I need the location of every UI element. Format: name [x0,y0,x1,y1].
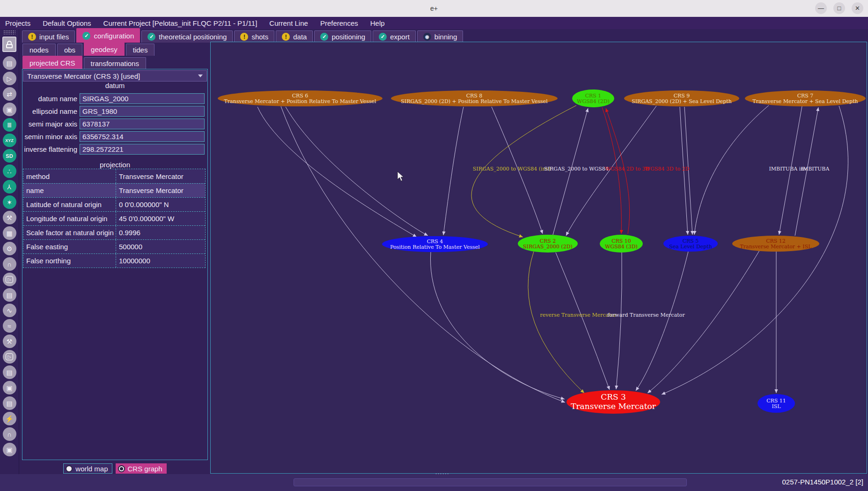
tab-obs[interactable]: obs [57,44,82,56]
magnet-button[interactable]: ∩ [3,257,16,271]
node-crs-5: CRS 5Sea Level Depth [663,236,718,252]
hammer-wand-button[interactable]: ⚒ [3,211,16,224]
file-button[interactable]: ▤ [3,56,16,70]
file-4-icon: ▤ [6,400,12,407]
graph-edge-19 [647,251,759,393]
field-row-datum-name: datum name [19,93,207,104]
tab-projected-crs[interactable]: projected CRS [22,56,82,69]
field-label: inverse flattening [19,145,80,153]
tab-label: shots [251,33,268,41]
sd-button[interactable]: SD [3,149,16,163]
table-row-longitude-of-natural-origin[interactable]: Longitude of natural origin45 0'0.000000… [23,211,205,225]
graph-edge-21 [281,106,565,402]
datum-section-title: datum [23,82,207,89]
cell-label: Latitude of natural origin [23,198,116,211]
warn-status-icon: ! [240,33,248,41]
graph-edge-15 [556,253,610,390]
node-crs-4: CRS 4Position Relative To Master Vessel [382,236,488,252]
node-crs-2: CRS 2SIRGAS_2000 (2D) [518,235,578,253]
share-button[interactable]: ∴ [3,164,16,178]
field-input-semi-major-axis[interactable] [80,119,205,129]
radio-world-map[interactable]: world map [63,463,112,474]
save-icon: ▣ [6,106,12,113]
ok-status-icon: ✓ [320,33,328,41]
spark-button[interactable]: ✶ [3,195,16,209]
tool-column: ▤▷⇄▣ⅢXYZSD∴Y✶⚒▦⚙∩▷▤∿≈⚒▷▤▣▤⚡∩▣ [0,29,19,491]
file-3-icon: ▤ [6,369,12,376]
menu-item-help[interactable]: Help [370,19,385,27]
tab-export[interactable]: ✓export [373,30,416,43]
field-input-datum-name[interactable] [80,93,205,104]
node-crs-1: CRS 1WGS84 (2D) [572,89,614,107]
field-label: semin minor axis [19,133,80,141]
crs-dropdown[interactable]: Transverse Mercator (CRS 3) [used] [23,70,207,82]
xyz-button[interactable]: XYZ [3,134,16,147]
warn-status-icon: ! [282,33,290,41]
tab-transformations[interactable]: transformations [84,57,146,69]
edge-label-wgs84-3d-to-2d: WGS84 3D to 2D [645,166,690,172]
crs-dropdown-value: Transverse Mercator (CRS 3) [used] [27,72,140,80]
wave-button[interactable]: ∿ [3,304,16,317]
map-button[interactable]: ▦ [3,226,16,240]
crs-graph-canvas[interactable]: SIRGAS_2000 to WGS84 (inv)SIRGAS_2000 to… [210,42,867,474]
tab-nodes[interactable]: nodes [22,44,56,56]
table-row-false-easting[interactable]: False easting500000 [23,239,205,253]
file-2-button[interactable]: ▤ [3,288,16,302]
menu-item-current-line[interactable]: Current Line [269,19,308,27]
graph-edge-1 [286,107,428,236]
magnet-2-button[interactable]: ∩ [3,427,16,441]
toolbar-grip-handle[interactable] [3,30,15,35]
menu-item-preferences[interactable]: Preferences [320,19,358,27]
table-row-latitude-of-natural-origin[interactable]: Latitude of natural origin0 0'0.000000" … [23,197,205,211]
swap-arrows-button[interactable]: ⇄ [3,87,16,101]
maximize-button[interactable]: □ [833,2,845,14]
video-2-button[interactable]: ▷ [3,350,16,364]
horizontal-scrollbar[interactable] [294,478,687,486]
radio-crs-graph[interactable]: CRS graph [116,463,167,474]
save-3-button[interactable]: ▣ [3,443,16,456]
wave-2-button[interactable]: ≈ [3,319,16,333]
save-button[interactable]: ▣ [3,103,16,116]
tab-tides[interactable]: tides [126,44,155,56]
play-button[interactable]: ▷ [3,72,16,85]
save-2-button[interactable]: ▣ [3,381,16,394]
lightning-button[interactable]: ⚡ [3,412,16,425]
table-row-scale-factor-at-natural-origin[interactable]: Scale factor at natural origin0.9996 [23,225,205,239]
field-input-inverse-flattening[interactable] [80,144,205,155]
hammer-wand-2-button[interactable]: ⚒ [3,335,16,348]
map-icon: ▦ [6,230,12,237]
table-row-method[interactable]: methodTransverse Mercator [23,169,205,183]
spark-icon: ✶ [7,199,12,206]
fence-button[interactable]: Ⅲ [3,118,16,132]
gear-button[interactable]: ⚙ [3,242,16,255]
tab-shots[interactable]: !shots [234,30,274,43]
mouse-cursor [397,171,406,182]
v-node-button[interactable]: Y [3,180,16,193]
cell-label: False northing [23,254,116,268]
video-button[interactable]: ▷ [3,273,16,286]
cell-label: name [23,184,116,197]
menu-item-current-project-pelotas-init-flqc-p2-11-p1-11[interactable]: Current Project [Pelotas_init FLQC P2/11… [103,19,257,27]
field-input-ellipsoid-name[interactable] [80,106,205,117]
table-row-false-northing[interactable]: False northing10000000 [23,253,205,268]
table-row-name[interactable]: nameTransverse Mercator [23,183,205,197]
lock-button[interactable] [2,37,16,52]
menu-bar: ProjectsDefault OptionsCurrent Project [… [0,17,868,29]
save-3-icon: ▣ [6,446,12,454]
cell-value: 10000000 [116,254,205,268]
close-button[interactable]: ✕ [852,2,863,14]
tab-data[interactable]: !data [276,30,313,43]
graph-edge-2 [443,107,463,235]
datum-fields: datum nameellipsoid namesemi major axiss… [19,93,207,156]
menu-item-default-options[interactable]: Default Options [43,19,91,27]
tab-binning[interactable]: ◉binning [417,30,463,43]
lock-icon-body [6,44,13,48]
field-input-semin-minor-axis[interactable] [80,131,205,142]
tab-positioning[interactable]: ✓positioning [314,30,371,43]
minimize-button[interactable]: — [815,2,827,14]
file-4-button[interactable]: ▤ [3,396,16,410]
configuration-sub-tabs: nodesobsgeodesytides [22,42,154,56]
tab-geodesy[interactable]: geodesy [84,42,125,56]
menu-item-projects[interactable]: Projects [5,19,30,27]
file-3-button[interactable]: ▤ [3,365,16,379]
